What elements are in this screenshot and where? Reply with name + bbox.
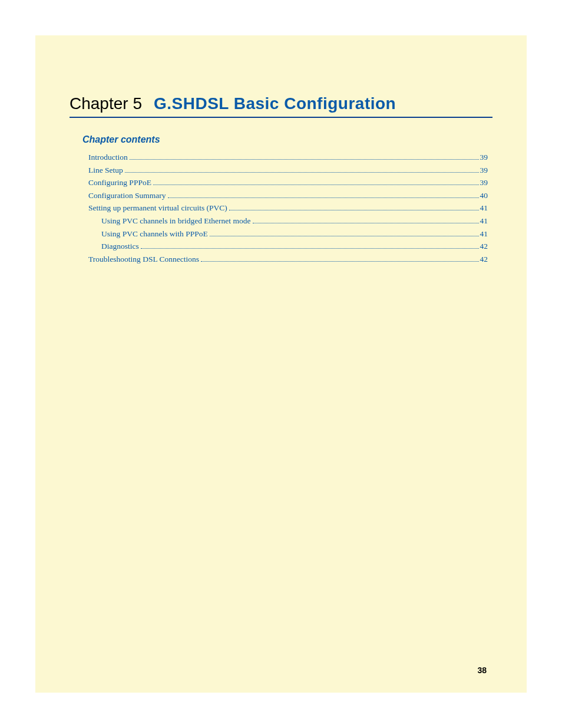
toc-leader bbox=[153, 185, 478, 185]
toc-entry-sub[interactable]: Using PVC channels with PPPoE 41 bbox=[88, 228, 488, 241]
toc-label: Configuration Summary bbox=[88, 189, 168, 202]
toc-entry[interactable]: Introduction 39 bbox=[88, 151, 488, 164]
toc-entry[interactable]: Configuring PPPoE 39 bbox=[88, 176, 488, 189]
toc-label: Setting up permanent virtual circuits (P… bbox=[88, 202, 229, 215]
toc-label: Configuring PPPoE bbox=[88, 176, 153, 189]
toc-entry[interactable]: Troubleshooting DSL Connections 42 bbox=[88, 253, 488, 266]
chapter-header: Chapter 5 G.SHDSL Basic Configuration bbox=[70, 94, 492, 118]
toc-page: 42 bbox=[480, 240, 488, 253]
toc-page: 39 bbox=[480, 164, 488, 177]
chapter-title: G.SHDSL Basic Configuration bbox=[154, 94, 396, 113]
toc-page: 39 bbox=[480, 176, 488, 189]
toc-label: Line Setup bbox=[88, 164, 125, 177]
toc-page: 40 bbox=[480, 189, 488, 202]
toc-label: Using PVC channels with PPPoE bbox=[101, 228, 210, 241]
toc-entry-sub[interactable]: Using PVC channels in bridged Ethernet m… bbox=[88, 215, 488, 228]
toc-leader bbox=[229, 210, 478, 210]
toc-page: 41 bbox=[480, 202, 488, 215]
toc-entry[interactable]: Line Setup 39 bbox=[88, 164, 488, 177]
toc-entry[interactable]: Configuration Summary 40 bbox=[88, 189, 488, 202]
toc-page: 41 bbox=[480, 215, 488, 228]
toc-label: Diagnostics bbox=[101, 240, 141, 253]
toc-page: 41 bbox=[480, 228, 488, 241]
contents-heading: Chapter contents bbox=[70, 134, 492, 145]
toc-entry[interactable]: Setting up permanent virtual circuits (P… bbox=[88, 202, 488, 215]
toc-leader bbox=[125, 172, 478, 173]
toc-label: Introduction bbox=[88, 151, 130, 164]
toc-page: 39 bbox=[480, 151, 488, 164]
toc-leader bbox=[210, 236, 478, 236]
toc-leader bbox=[168, 197, 479, 198]
toc-entry-sub[interactable]: Diagnostics 42 bbox=[88, 240, 488, 253]
toc-leader bbox=[141, 248, 478, 249]
chapter-label: Chapter 5 bbox=[70, 94, 142, 113]
toc-page: 42 bbox=[480, 253, 488, 266]
toc-label: Troubleshooting DSL Connections bbox=[88, 253, 201, 266]
toc-leader bbox=[130, 159, 478, 160]
toc-label: Using PVC channels in bridged Ethernet m… bbox=[101, 215, 253, 228]
toc-leader bbox=[253, 223, 479, 223]
toc-list: Introduction 39 Line Setup 39 Configurin… bbox=[70, 151, 492, 265]
page-number: 38 bbox=[477, 666, 487, 675]
document-page: Chapter 5 G.SHDSL Basic Configuration Ch… bbox=[35, 35, 527, 693]
toc-leader bbox=[201, 261, 478, 262]
